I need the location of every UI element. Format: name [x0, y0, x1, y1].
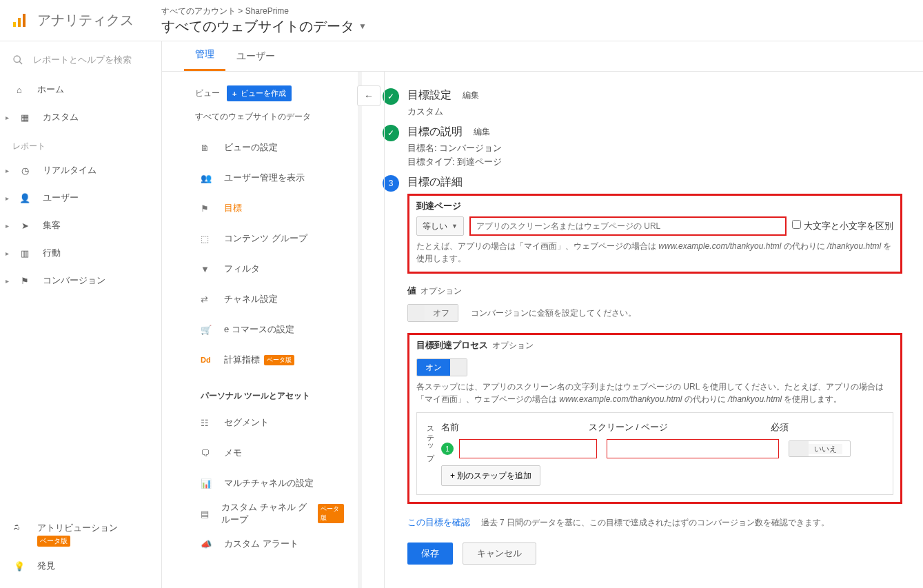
admin-memo-label: メモ — [224, 447, 242, 459]
brand-label: アナリティクス — [37, 11, 134, 30]
admin-user-mgmt[interactable]: 👥ユーザー管理を表示 — [162, 163, 355, 193]
save-button[interactable]: 保存 — [407, 543, 453, 565]
nav-attribution[interactable]: ಸ アトリビューション ベータ版 — [0, 516, 161, 552]
funnel-step-row: 1 いいえ — [441, 439, 884, 458]
step-required-toggle[interactable]: いいえ — [789, 440, 851, 457]
step-screen-input[interactable] — [607, 439, 779, 458]
admin-tabs: 管理 ユーザー — [162, 41, 923, 72]
nav-discover[interactable]: 💡発見 — [0, 552, 161, 580]
cancel-button[interactable]: キャンセル — [463, 543, 536, 565]
nav-section-reports: レポート — [0, 131, 161, 156]
nav-home-label: ホーム — [37, 83, 64, 96]
add-step-button[interactable]: + 別のステップを追加 — [441, 465, 540, 486]
funnel-section-highlight: 目標到達プロセスオプション オン 各ステップには、アプリのスクリーン名の文字列ま… — [407, 333, 902, 504]
nav-user[interactable]: ▸👤ユーザー — [0, 184, 161, 212]
goal-editor: ✓ 目標設定編集 カスタム ✓ 目標の説明編集 目標名: コンバージョン 目標タ… — [362, 72, 923, 588]
admin-memo[interactable]: 🗨メモ — [162, 438, 355, 468]
chevron-right-icon: ▸ — [6, 194, 12, 202]
toggle-on-label: オン — [417, 359, 450, 376]
step2-edit-link[interactable]: 編集 — [474, 126, 490, 138]
svg-point-3 — [14, 56, 20, 62]
panel-divider — [384, 72, 385, 588]
admin-segment[interactable]: ☷セグメント — [162, 407, 355, 438]
flag-icon: ⚑ — [201, 203, 216, 214]
step1-subtitle: カスタム — [407, 105, 902, 118]
admin-multichannel[interactable]: 📊マルチチャネルの設定 — [162, 468, 355, 498]
custom-icon: ▦ — [18, 112, 32, 123]
verify-goal-help: 過去 7 日間のデータを基に、この目標で達成されたはずのコンバージョン数を確認で… — [481, 518, 829, 527]
chevron-right-icon: ▸ — [6, 167, 12, 174]
funnel-label: 目標到達プロセス — [416, 339, 488, 352]
segment-icon: ☷ — [201, 418, 216, 428]
admin-filter[interactable]: ▼フィルタ — [162, 254, 355, 284]
step-number-badge: 1 — [441, 443, 454, 455]
nav-user-label: ユーザー — [43, 192, 79, 204]
step3-badge: 3 — [383, 175, 399, 192]
verify-goal-link[interactable]: この目標を確認 — [407, 517, 470, 527]
step2-goal-type: 目標タイプ: 到達ページ — [407, 156, 902, 168]
step-name-input[interactable] — [459, 439, 597, 458]
value-toggle[interactable]: オフ — [407, 304, 458, 322]
toggle-no-label: いいえ — [809, 444, 842, 454]
admin-goals[interactable]: ⚑目標 — [162, 193, 355, 223]
bars-icon: 📊 — [201, 478, 216, 489]
toggle-off-label: オフ — [425, 305, 458, 321]
admin-custom-channel[interactable]: ▤カスタム チャネル グループベータ版 — [162, 498, 355, 529]
nav-realtime[interactable]: ▸◷リアルタイム — [0, 156, 161, 184]
nav-acquisition-label: 集客 — [43, 219, 61, 232]
beta-badge: ベータ版 — [264, 355, 294, 365]
nav-custom[interactable]: ▸▦カスタム — [0, 103, 161, 131]
caret-down-icon: ▼ — [358, 21, 367, 31]
admin-calc-metric-label: 計算指標 — [224, 354, 260, 366]
funnel-help: 各ステップには、アプリのスクリーン名の文字列またはウェブページの URL を使用… — [416, 381, 893, 405]
nav-conversion-label: コンバージョン — [43, 274, 105, 287]
nav-acquisition[interactable]: ▸➤集客 — [0, 212, 161, 239]
admin-custom-alert[interactable]: 📣カスタム アラート — [162, 529, 355, 559]
step2-title: 目標の説明 — [407, 125, 463, 139]
admin-content-group-label: コンテンツ グループ — [224, 232, 307, 245]
step1-title: 目標設定 — [407, 88, 452, 103]
nav-realtime-label: リアルタイム — [43, 164, 97, 176]
breadcrumb-small: すべてのアカウント > SharePrime — [161, 6, 367, 17]
admin-calc-metric[interactable]: Dd計算指標ベータ版 — [162, 345, 355, 375]
svg-rect-2 — [23, 14, 26, 27]
search-icon — [12, 54, 23, 65]
admin-channel-label: チャネル設定 — [224, 293, 278, 305]
group-icon: ⬚ — [201, 234, 216, 244]
nav-conversion[interactable]: ▸⚑コンバージョン — [0, 267, 161, 294]
destination-label: 到達ページ — [416, 200, 461, 212]
chevron-right-icon: ▸ — [6, 222, 12, 230]
create-view-button[interactable]: ビューを作成 — [227, 85, 292, 101]
case-sensitive-checkbox[interactable] — [792, 220, 801, 229]
check-icon: ✓ — [383, 88, 399, 105]
nav-behavior[interactable]: ▸▥行動 — [0, 239, 161, 267]
match-type-select[interactable]: 等しい▼ — [416, 216, 464, 236]
svg-rect-0 — [13, 22, 16, 27]
match-type-value: 等しい — [423, 221, 447, 232]
view-switcher[interactable]: すべてのアカウント > SharePrime すべてのウェブサイトのデータ ▼ — [161, 6, 367, 36]
step1-edit-link[interactable]: 編集 — [463, 90, 479, 101]
case-sensitive-option[interactable]: 大文字と小文字を区別 — [792, 220, 893, 232]
current-view-name[interactable]: すべてのウェブサイトのデータ — [162, 101, 355, 132]
beta-badge: ベータ版 — [318, 504, 344, 523]
funnel-toggle[interactable]: オン — [416, 358, 467, 376]
destination-url-input[interactable] — [469, 216, 787, 236]
value-help: コンバージョンに金額を設定してください。 — [471, 307, 636, 319]
nav-attribution-label: アトリビューション — [37, 522, 118, 534]
tab-admin[interactable]: 管理 — [184, 40, 225, 71]
admin-user-mgmt-label: ユーザー管理を表示 — [224, 172, 305, 184]
memo-icon: 🗨 — [201, 448, 216, 458]
collapse-admin-panel-button[interactable]: ← — [357, 85, 381, 106]
search-input[interactable]: レポートとヘルプを検索 — [0, 50, 161, 76]
admin-segment-label: セグメント — [224, 416, 269, 429]
nav-home[interactable]: ⌂ホーム — [0, 76, 161, 103]
admin-view-settings[interactable]: 🗎ビューの設定 — [162, 132, 355, 163]
breadcrumb-main-text: すべてのウェブサイトのデータ — [161, 17, 354, 36]
destination-section-highlight: 到達ページ 等しい▼ 大文字と小文字を区別 たとえば、アプリの場合は「マイ画面」… — [407, 194, 902, 274]
admin-ecommerce[interactable]: 🛒e コマースの設定 — [162, 314, 355, 345]
admin-channel[interactable]: ⇄チャネル設定 — [162, 284, 355, 314]
admin-content-group[interactable]: ⬚コンテンツ グループ — [162, 223, 355, 254]
view-label: ビュー — [195, 88, 220, 99]
tab-users[interactable]: ユーザー — [225, 42, 286, 71]
document-icon: 🗎 — [201, 143, 216, 153]
